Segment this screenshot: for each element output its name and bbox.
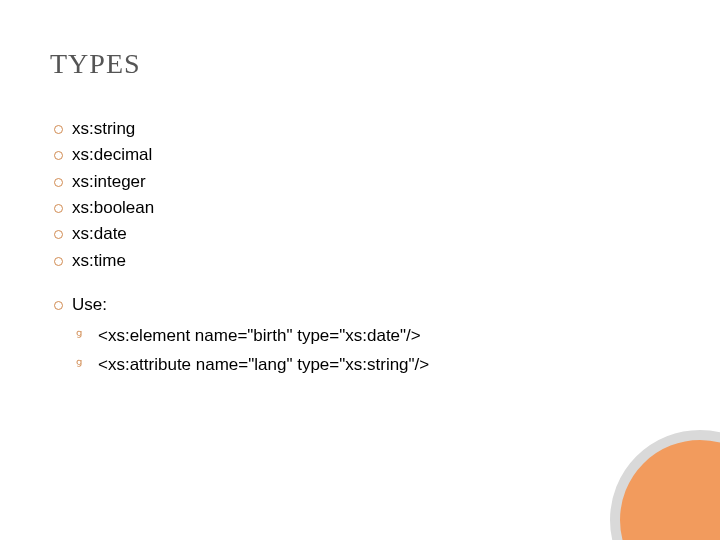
list-item: xs:time bbox=[50, 248, 670, 274]
list-item: xs:date bbox=[50, 221, 670, 247]
page-title: TYPES bbox=[50, 48, 670, 80]
list-item: xs:integer bbox=[50, 169, 670, 195]
example-item: <xs:attribute name="lang" type="xs:strin… bbox=[76, 351, 670, 380]
list-item: xs:decimal bbox=[50, 142, 670, 168]
use-section: Use: <xs:element name="birth" type="xs:d… bbox=[50, 292, 670, 380]
use-label: Use: bbox=[72, 295, 107, 314]
list-item: xs:boolean bbox=[50, 195, 670, 221]
spacer bbox=[50, 274, 670, 292]
slide: TYPES xs:string xs:decimal xs:integer xs… bbox=[0, 0, 720, 540]
example-item: <xs:element name="birth" type="xs:date"/… bbox=[76, 322, 670, 351]
example-list: <xs:element name="birth" type="xs:date"/… bbox=[72, 322, 670, 380]
decorative-circle-icon bbox=[610, 430, 720, 540]
list-item: xs:string bbox=[50, 116, 670, 142]
type-list: xs:string xs:decimal xs:integer xs:boole… bbox=[50, 116, 670, 274]
use-item: Use: <xs:element name="birth" type="xs:d… bbox=[50, 292, 670, 380]
